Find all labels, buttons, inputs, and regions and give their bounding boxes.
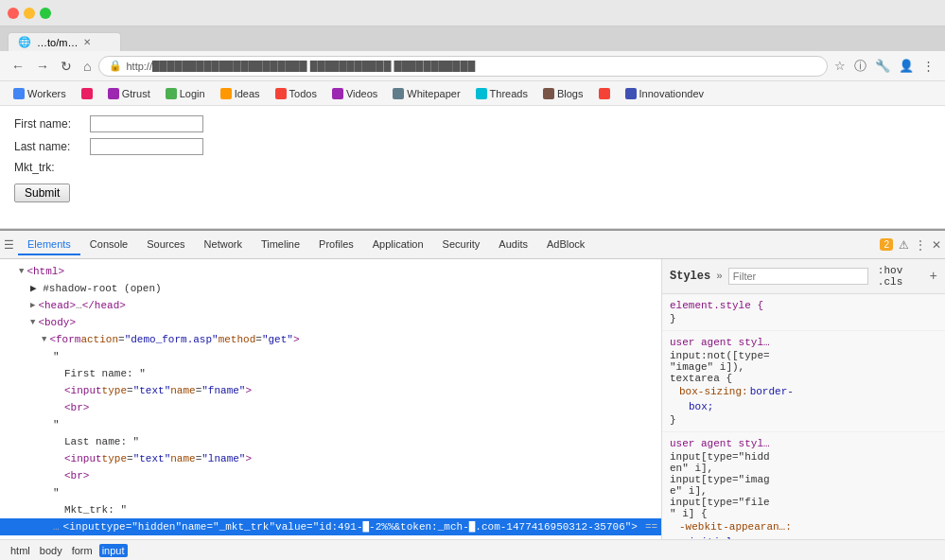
tab-network[interactable]: Network (195, 235, 252, 255)
forward-button[interactable]: → (32, 57, 53, 76)
equals: = (126, 519, 132, 534)
html-line[interactable]: ▶ #shadow-root (open) (0, 280, 661, 297)
warning-badge: 2 (880, 238, 893, 251)
devtools-body: ▼ <html> ▶ #shadow-root (open) ▶ <head>…… (0, 259, 945, 539)
bookmark-item[interactable]: Workers (8, 86, 72, 101)
styles-add-icon[interactable]: + (930, 269, 937, 284)
html-line[interactable]: " (0, 348, 661, 365)
bookmark-label: Threads (490, 88, 528, 99)
html-line[interactable]: First name: " (0, 365, 661, 382)
mkttrk-label: Mkt_trk: (14, 161, 90, 174)
bookmark-item[interactable]: Gtrust (102, 86, 156, 101)
tab-security[interactable]: Security (433, 235, 490, 255)
breadcrumb-form[interactable]: form (69, 544, 96, 557)
submit-button[interactable]: Submit (14, 184, 70, 202)
refresh-button[interactable]: ↻ (57, 57, 76, 76)
html-line[interactable]: ▼ <body> (0, 314, 661, 331)
bookmark-icon (13, 88, 25, 99)
bookmark-item[interactable]: Login (160, 86, 211, 101)
styles-property: box-sizing: (679, 384, 748, 399)
expand-arrow[interactable]: ▶ (30, 298, 35, 313)
html-line[interactable]: <br> (0, 399, 661, 416)
tab-audits[interactable]: Audits (489, 235, 537, 255)
firstname-input[interactable] (90, 115, 203, 132)
html-line[interactable]: " (0, 484, 661, 501)
highlighted-input-line[interactable]: … <input type="hidden" name="_mkt_trk" v… (0, 518, 661, 535)
extensions-icon[interactable]: 🔧 (872, 57, 893, 75)
styles-property-line: box-sizing: border- (670, 384, 937, 399)
bookmark-icon (543, 88, 554, 99)
page-content: First name: Last name: Mkt_trk: Submit (0, 106, 945, 229)
bookmark-item[interactable] (76, 86, 98, 101)
menu-icon[interactable]: ⋮ (919, 57, 937, 75)
close-button[interactable] (8, 8, 19, 19)
tab-close-button[interactable]: ✕ (83, 37, 91, 47)
styles-value-cont: box; (689, 399, 713, 414)
tab-adblock[interactable]: AdBlock (537, 235, 594, 255)
bookmark-item[interactable]: Blogs (537, 86, 589, 101)
back-button[interactable]: ← (8, 57, 28, 76)
text-node: " (53, 485, 60, 500)
expand-arrow[interactable]: ▼ (30, 315, 35, 330)
lastname-input[interactable] (90, 138, 203, 155)
maximize-button[interactable] (40, 8, 51, 19)
minimize-button[interactable] (24, 8, 35, 19)
styles-pseudo-label[interactable]: :hov .cls (874, 263, 924, 289)
bookmark-label: Videos (346, 88, 377, 99)
tab-title: …to/m… (37, 37, 78, 48)
shadow-root-text: ▶ #shadow-root (open) (30, 281, 162, 296)
html-line[interactable]: ▶ <head>…</head> (0, 297, 661, 314)
bookmark-icon (393, 88, 404, 99)
bookmark-item[interactable]: Threads (470, 86, 534, 101)
tab-elements[interactable]: Elements (18, 235, 80, 255)
bookmark-item[interactable]: Todos (270, 86, 323, 101)
html-line[interactable]: " (0, 416, 661, 433)
lastname-row: Last name: (14, 138, 931, 155)
styles-expand-icon[interactable]: » (716, 271, 723, 282)
bookmark-item[interactable] (593, 86, 616, 101)
attr-value: "_mkt_trk" (213, 519, 275, 534)
bookmark-label: Blogs (557, 88, 584, 99)
bookmark-item[interactable]: Innovationdev (620, 86, 710, 101)
html-panel[interactable]: ▼ <html> ▶ #shadow-root (open) ▶ <head>…… (0, 259, 661, 539)
home-button[interactable]: ⌂ (79, 57, 95, 76)
tag-text: <html> (26, 264, 64, 279)
attr-value: "hidden" (131, 519, 182, 534)
tab-console[interactable]: Console (80, 235, 137, 255)
html-line[interactable]: <input type="text" name="fname"> (0, 382, 661, 399)
browser-tab[interactable]: 🌐 …to/m… ✕ (8, 32, 121, 51)
expand-arrow[interactable]: ▼ (19, 264, 24, 279)
breadcrumb-body[interactable]: body (37, 544, 65, 557)
bookmark-item[interactable]: Ideas (215, 86, 266, 101)
html-line[interactable]: <input type="text" name="lname"> (0, 450, 661, 467)
expand-arrow[interactable]: ▼ (42, 332, 46, 347)
devtools-panel: ☰ Elements Console Sources Network Timel… (0, 229, 945, 560)
styles-close-brace: } (670, 414, 937, 426)
html-line[interactable]: ▼ <form action="demo_form.asp" method="g… (0, 331, 661, 348)
address-bar[interactable]: 🔒 http://█████████████████████ █████████… (98, 56, 828, 77)
breadcrumb-html[interactable]: html (8, 544, 33, 557)
attr-name: action (80, 332, 118, 347)
html-line[interactable]: Last name: " (0, 433, 661, 450)
tab-sources[interactable]: Sources (137, 235, 194, 255)
html-line[interactable]: <br> (0, 467, 661, 484)
text-node: Last name: " (64, 434, 139, 449)
devtools-tab-icons: 2 ⚠ ⋮ ✕ (880, 238, 941, 252)
styles-filter-input[interactable] (728, 268, 868, 285)
tag-text: <br> (64, 400, 89, 415)
breadcrumb-input[interactable]: input (99, 544, 128, 557)
tab-profiles[interactable]: Profiles (309, 235, 363, 255)
account-icon[interactable]: 👤 (896, 57, 917, 75)
bookmark-icon (220, 88, 232, 99)
info-icon[interactable]: ⓘ (851, 56, 869, 77)
bookmark-item[interactable]: Videos (326, 86, 383, 101)
tab-timeline[interactable]: Timeline (252, 235, 309, 255)
devtools-more-icon[interactable]: ⋮ (915, 238, 926, 252)
star-icon[interactable]: ☆ (831, 57, 849, 75)
html-line[interactable]: Mkt_trk: " (0, 501, 661, 518)
html-line[interactable]: ▼ <html> (0, 263, 661, 280)
styles-property-line: -webkit-appearan…: (670, 519, 937, 534)
bookmark-item[interactable]: Whitepaper (387, 86, 465, 101)
devtools-close-icon[interactable]: ✕ (932, 238, 941, 252)
tab-application[interactable]: Application (363, 235, 433, 255)
